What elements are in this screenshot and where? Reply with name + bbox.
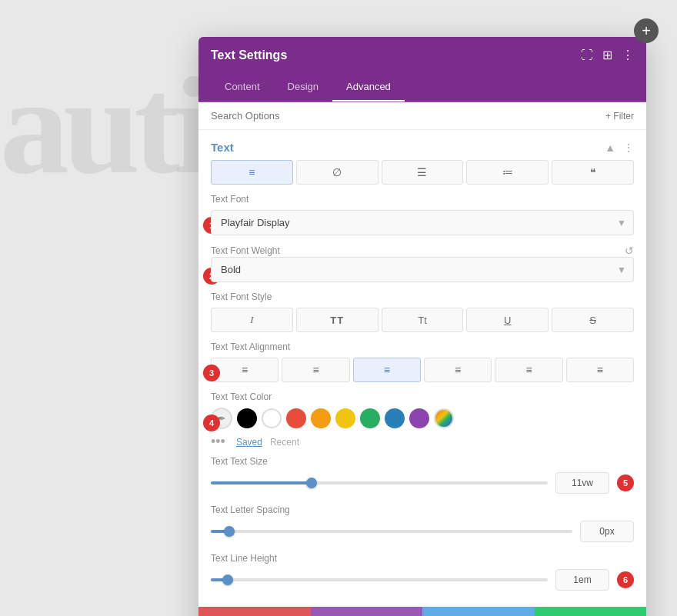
strikethrough-btn[interactable]: S: [552, 308, 634, 332]
color-black[interactable]: [237, 408, 257, 428]
reset-font-weight-icon[interactable]: ↺: [625, 245, 634, 257]
text-size-input[interactable]: 11vw: [555, 472, 609, 494]
color-white[interactable]: [262, 408, 282, 428]
badge-5: 5: [617, 474, 634, 491]
line-height-section: Text Line Height 1em 6: [211, 553, 634, 591]
panel-title: Text Settings: [211, 48, 287, 62]
uppercase-btn[interactable]: TT: [296, 308, 379, 332]
align-last-right-btn[interactable]: ≡: [566, 358, 634, 382]
letter-spacing-section: Text Letter Spacing 0px: [211, 504, 634, 542]
text-font-weight-select[interactable]: Bold: [211, 257, 634, 282]
color-green[interactable]: [360, 408, 380, 428]
color-gradient[interactable]: [434, 408, 454, 428]
text-alignment-label: Text Text Alignment: [211, 341, 634, 352]
quote-btn[interactable]: ❝: [552, 160, 634, 185]
tabs-bar: Content Design Advanced: [198, 73, 646, 102]
format-btn-group: ≡ ∅ ☰ ≔ ❝: [211, 160, 634, 185]
color-orange[interactable]: [311, 408, 331, 428]
align-center-text-btn[interactable]: ≡: [282, 358, 349, 382]
line-height-track: [211, 578, 548, 581]
align-right-text-btn[interactable]: ≡: [353, 358, 421, 382]
align-justify-text-btn[interactable]: ≡: [424, 358, 492, 382]
columns-icon[interactable]: ⊞: [602, 48, 612, 62]
more-colors-btn[interactable]: •••: [211, 434, 225, 450]
text-size-thumb[interactable]: [306, 478, 317, 488]
panel-header: Text Settings ⛶ ⊞ ⋮: [198, 37, 646, 73]
letter-spacing-input[interactable]: 0px: [580, 521, 634, 542]
search-input[interactable]: [211, 110, 605, 122]
list-btn[interactable]: ☰: [382, 160, 464, 185]
recent-colors-tab[interactable]: Recent: [270, 437, 299, 448]
filter-button[interactable]: + Filter: [605, 111, 634, 122]
tab-content[interactable]: Content: [211, 73, 274, 102]
saved-colors-tab[interactable]: Saved: [236, 437, 262, 448]
badge-3: 3: [203, 365, 220, 381]
letter-spacing-track: [211, 530, 572, 533]
text-size-fill: [211, 481, 312, 484]
text-size-section: Text Text Size 11vw 5: [211, 456, 634, 494]
background-text: auti: [0, 46, 206, 205]
text-font-style-label: Text Font Style: [211, 291, 634, 302]
panel-header-icons: ⛶ ⊞ ⋮: [581, 48, 634, 62]
plus-button[interactable]: +: [634, 18, 659, 43]
text-font-weight-label: Text Font Weight: [211, 245, 619, 256]
more-icon[interactable]: ⋮: [622, 48, 634, 62]
panel-body: Text ▲ ⋮ ≡ ∅ ☰ ≔ ❝ 1 Text Font Playfair …: [198, 130, 646, 607]
section-header: Text ▲ ⋮: [211, 130, 634, 160]
line-height-thumb[interactable]: [222, 574, 233, 585]
text-font-label: Text Font: [211, 194, 634, 205]
color-swatch-row: ✒: [211, 408, 634, 429]
section-more-icon[interactable]: ⋮: [623, 142, 634, 154]
text-size-track: [211, 481, 548, 484]
line-height-slider-row: 1em 6: [211, 569, 634, 591]
text-size-label: Text Text Size: [211, 456, 634, 467]
color-yellow[interactable]: [335, 408, 355, 428]
filter-label: + Filter: [605, 111, 634, 122]
capitalize-btn[interactable]: Tt: [382, 308, 464, 332]
letter-spacing-slider-row: 0px: [211, 521, 634, 542]
cancel-button[interactable]: ✕: [198, 607, 311, 616]
line-height-input[interactable]: 1em: [555, 569, 609, 591]
color-blue[interactable]: [385, 408, 405, 428]
font-weight-row: Text Font Weight ↺: [211, 245, 634, 257]
section-title: Text: [211, 141, 234, 154]
text-color-label: Text Text Color: [211, 391, 634, 402]
section-icons: ▲ ⋮: [605, 142, 634, 154]
align-left-text-btn[interactable]: ≡: [211, 358, 278, 382]
redo-button[interactable]: ↻: [422, 607, 535, 616]
text-settings-panel: Text Settings ⛶ ⊞ ⋮ Content Design Advan…: [198, 37, 646, 616]
color-purple[interactable]: [409, 408, 429, 428]
align-left-btn[interactable]: ≡: [211, 160, 293, 185]
text-font-select[interactable]: Playfair Display: [211, 210, 634, 235]
alignment-btn-group: ≡ ≡ ≡ ≡ ≡ ≡: [211, 358, 634, 382]
color-red[interactable]: [286, 408, 306, 428]
search-bar: + Filter: [198, 102, 646, 130]
tab-design[interactable]: Design: [274, 73, 332, 102]
font-style-btn-group: I TT Tt U S: [211, 308, 634, 332]
text-alignment-section: 3 Text Text Alignment ≡ ≡ ≡ ≡ ≡ ≡: [211, 341, 634, 382]
letter-spacing-label: Text Letter Spacing: [211, 504, 634, 515]
text-color-section: 4 Text Text Color ✒ ••• Saved Recent: [211, 391, 634, 450]
line-height-label: Text Line Height: [211, 553, 634, 564]
ordered-list-btn[interactable]: ≔: [466, 160, 549, 185]
tab-advanced[interactable]: Advanced: [332, 73, 405, 102]
clear-format-btn[interactable]: ∅: [296, 160, 379, 185]
save-button[interactable]: ✓: [535, 607, 647, 616]
footer-bar: ✕ ↺ ↻ ✓: [198, 607, 646, 616]
text-font-select-wrapper: Playfair Display ▼: [211, 210, 634, 235]
align-last-left-btn[interactable]: ≡: [495, 358, 562, 382]
collapse-icon[interactable]: ▲: [605, 142, 615, 154]
badge-6: 6: [617, 571, 634, 588]
badge-4: 4: [203, 415, 220, 431]
text-size-slider-row: 11vw 5: [211, 472, 634, 494]
italic-btn[interactable]: I: [211, 308, 293, 332]
fullscreen-icon[interactable]: ⛶: [581, 48, 593, 62]
reset-button[interactable]: ↺: [311, 607, 423, 616]
letter-spacing-thumb[interactable]: [224, 526, 235, 537]
underline-btn[interactable]: U: [466, 308, 549, 332]
font-style-section: Text Font Style I TT Tt U S: [211, 291, 634, 332]
text-font-weight-select-wrapper: Bold ▼: [211, 257, 634, 282]
